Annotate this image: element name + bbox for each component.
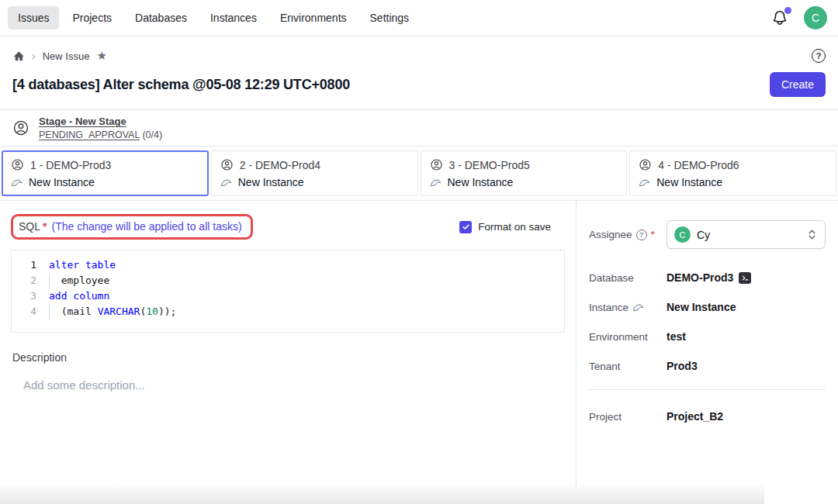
sql-editor-link-icon[interactable]: [739, 272, 751, 284]
pending-approver-icon: [430, 158, 443, 171]
mysql-engine-icon: [220, 177, 232, 188]
assignee-label-group: Assignee ? *: [589, 229, 667, 240]
nav-item-settings[interactable]: Settings: [360, 6, 420, 29]
pending-approver-icon: [11, 158, 24, 171]
sql-label: SQL: [19, 220, 40, 233]
assignee-required-asterisk: *: [651, 229, 655, 240]
pending-approver-icon: [639, 158, 652, 171]
task-card-3[interactable]: 3 - DEMO-Prod5 New Instance: [421, 150, 628, 196]
task-tabs: 1 - DEMO-Prod3 New Instance 2 - DEMO-Pro…: [0, 147, 838, 201]
create-button[interactable]: Create: [770, 72, 826, 97]
pending-approver-icon: [220, 158, 234, 171]
home-icon[interactable]: [12, 50, 25, 62]
description-input[interactable]: Add some description...: [23, 378, 565, 392]
format-on-save-toggle[interactable]: Format on save: [459, 221, 551, 233]
assignee-select[interactable]: C Cy: [667, 220, 826, 249]
breadcrumb-current: New Issue: [43, 50, 90, 62]
stage-progress: (0/4): [140, 129, 162, 140]
issue-sidebar: Assignee ? * C Cy Database DEMO-Prod3: [576, 201, 838, 486]
format-on-save-checkbox[interactable]: [459, 221, 472, 233]
field-tenant: Tenant Prod3: [589, 360, 826, 372]
stage-status[interactable]: PENDING_APPROVAL: [39, 129, 140, 140]
main-area: SQL* (The change will be applied to all …: [0, 201, 838, 486]
mysql-engine-icon: [639, 177, 650, 188]
select-chevrons-icon: [806, 229, 818, 240]
nav-item-issues[interactable]: Issues: [8, 6, 59, 29]
mysql-engine-icon: [430, 177, 442, 188]
title-row: [4 databases] Alter schema @05-08 12:29 …: [0, 66, 838, 109]
nav-item-environments[interactable]: Environments: [270, 6, 357, 29]
field-environment: Environment test: [589, 330, 826, 343]
required-asterisk: *: [43, 220, 47, 233]
editor-line: 3 add column: [12, 288, 564, 304]
user-avatar[interactable]: C: [804, 6, 827, 29]
nav-item-projects[interactable]: Projects: [62, 6, 122, 29]
field-project: Project Project_B2: [589, 410, 826, 423]
bottom-edge-shadow: [0, 484, 764, 504]
assignee-avatar: C: [674, 226, 691, 243]
stage-status-line: PENDING_APPROVAL (0/4): [39, 129, 162, 140]
field-instance: Instance New Instance: [589, 301, 826, 313]
field-database: Database DEMO-Prod3: [589, 271, 826, 284]
task-card-4[interactable]: 4 - DEMO-Prod6 New Instance: [629, 150, 836, 196]
star-icon[interactable]: ★: [96, 49, 106, 63]
format-on-save-label: Format on save: [478, 221, 551, 233]
description-label: Description: [11, 351, 565, 364]
top-nav: Issues Projects Databases Instances Envi…: [0, 0, 838, 36]
notifications-bell-icon[interactable]: [771, 9, 788, 26]
approver-icon: [12, 119, 29, 136]
nav-item-databases[interactable]: Databases: [125, 6, 197, 29]
issue-page: Issues Projects Databases Instances Envi…: [0, 0, 838, 504]
breadcrumb-separator: ›: [32, 50, 36, 62]
stage-section: Stage - New Stage PENDING_APPROVAL (0/4): [0, 109, 838, 147]
sql-editor[interactable]: 1 alter table 2 employee 3 add column 4 …: [11, 250, 565, 333]
mysql-engine-icon: [632, 302, 644, 313]
help-icon[interactable]: ?: [812, 49, 826, 63]
nav-item-instances[interactable]: Instances: [200, 6, 267, 29]
sql-label-annotation-box: SQL* (The change will be applied to all …: [11, 214, 253, 240]
sql-note: (The change will be applied to all tasks…: [51, 220, 241, 233]
assignee-help-icon[interactable]: ?: [636, 230, 647, 240]
editor-line: 2 employee: [12, 273, 564, 288]
notification-dot: [784, 7, 791, 14]
mysql-engine-icon: [11, 177, 23, 188]
stage-link[interactable]: Stage - New Stage: [39, 116, 162, 127]
breadcrumb: › New Issue ★ ?: [0, 36, 838, 66]
assignee-name: Cy: [697, 229, 710, 241]
editor-line: 1 alter table: [12, 257, 564, 273]
editor-line: 4 (mail VARCHAR(10));: [12, 304, 564, 319]
task-card-2[interactable]: 2 - DEMO-Prod4 New Instance: [211, 150, 418, 196]
task-card-1[interactable]: 1 - DEMO-Prod3 New Instance: [2, 150, 209, 196]
sql-panel: SQL* (The change will be applied to all …: [0, 201, 576, 486]
sidebar-divider: [589, 389, 826, 390]
page-title: [4 databases] Alter schema @05-08 12:29 …: [12, 77, 350, 93]
